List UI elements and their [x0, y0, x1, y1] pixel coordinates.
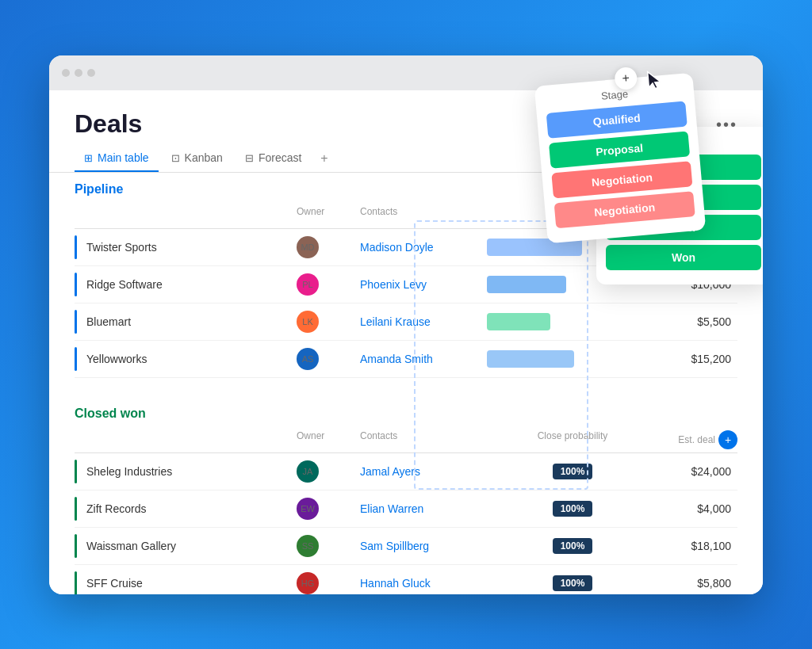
- kanban-icon: ⊡: [171, 152, 180, 164]
- tab-kanban[interactable]: ⊡ Kanban: [162, 145, 232, 172]
- avatar: AS: [297, 348, 319, 370]
- tab-forecast[interactable]: ⊟ Forecast: [236, 145, 311, 172]
- closed-won-name-col-header: [75, 430, 297, 449]
- prob-zift: 100%: [487, 501, 658, 517]
- table-row: Yellowworks AS Amanda Smith $15,200: [75, 341, 737, 378]
- row-border: [75, 310, 77, 334]
- browser-dot-3: [87, 69, 95, 77]
- stage-dropdown-container: + Stage Qualified Proposal Negotiation N…: [534, 72, 707, 243]
- avatar: EW: [297, 498, 319, 520]
- row-border: [75, 347, 77, 371]
- deal-name-waissman: Waissman Gallery: [86, 540, 176, 552]
- browser-window: Deals ••• ⊞ Main table ⊡ Kanban ⊟ Foreca…: [49, 55, 763, 594]
- est-deal-sheleg: $24,000: [658, 465, 737, 478]
- table-row: Bluemart LK Leilani Krause $5,500: [75, 304, 737, 341]
- prob-sff: 100%: [487, 575, 658, 591]
- row-name-zift: Zift Records: [75, 491, 297, 527]
- prob-waissman: 100%: [487, 538, 658, 554]
- pipeline-owner-col-header: Owner: [297, 206, 360, 225]
- deal-name-sheleg: Sheleg Industries: [86, 465, 172, 478]
- tab-main-table[interactable]: ⊞ Main table: [75, 145, 159, 172]
- contact-sff[interactable]: Hannah Gluck: [360, 577, 487, 590]
- avatar: SS: [297, 535, 319, 557]
- owner-ridge: PL: [297, 273, 360, 296]
- row-border: [75, 534, 77, 558]
- avatar: JA: [297, 460, 319, 483]
- page-title: Deals: [75, 109, 142, 139]
- row-border: [75, 497, 77, 521]
- row-name-sheleg: Sheleg Industries: [75, 453, 297, 490]
- browser-dot-1: [62, 69, 70, 77]
- avatar: PL: [297, 273, 319, 296]
- row-border: [75, 273, 77, 296]
- closed-won-group: Closed won Owner Contacts Close probabil…: [75, 397, 737, 594]
- kanban-label: Kanban: [185, 151, 223, 164]
- row-name-ridge: Ridge Software: [75, 266, 297, 303]
- prob-badge: 100%: [553, 575, 593, 591]
- avatar: LK: [297, 311, 319, 333]
- deal-name-zift: Zift Records: [86, 502, 146, 515]
- closed-won-owner-col-header: Owner: [297, 430, 360, 449]
- row-name-waissman: Waissman Gallery: [75, 528, 297, 564]
- est-deal-yellowworks: $15,200: [658, 353, 737, 365]
- main-table-label: Main table: [98, 151, 149, 164]
- table-row: Waissman Gallery SS Sam Spillberg 100% $…: [75, 528, 737, 565]
- owner-bluemart: LK: [297, 311, 360, 333]
- forecast-label: Forecast: [259, 151, 301, 164]
- forecast-icon: ⊟: [245, 152, 254, 164]
- stage-dropdown: Stage Qualified Proposal Negotiation Neg…: [534, 72, 707, 243]
- row-name-yellowworks: Yellowworks: [75, 341, 297, 377]
- row-name-twister: Twister Sports: [75, 229, 297, 265]
- owner-zift: EW: [297, 498, 360, 520]
- table-row: Zift Records EW Elian Warren 100% $4,000: [75, 491, 737, 528]
- closed-won-table-header: Owner Contacts Close probability Est. de…: [75, 427, 737, 453]
- deal-name-ridge: Ridge Software: [86, 278, 163, 291]
- deal-name-yellowworks: Yellowworks: [86, 353, 147, 365]
- deal-name-sff: SFF Cruise: [86, 577, 143, 590]
- cursor-pointer: [645, 68, 665, 97]
- avatar: HG: [297, 572, 319, 594]
- deal-name-bluemart: Bluemart: [86, 315, 131, 328]
- selection-box: [414, 220, 588, 490]
- row-name-sff: SFF Cruise: [75, 565, 297, 594]
- owner-twister: MD: [297, 236, 360, 258]
- main-table-icon: ⊞: [84, 152, 93, 164]
- est-deal-bluemart: $5,500: [658, 315, 737, 328]
- won-option-4[interactable]: Won: [606, 245, 761, 270]
- closed-won-group-title: Closed won: [75, 397, 737, 427]
- table-row: Sheleg Industries JA Jamal Ayers 100% $2…: [75, 453, 737, 491]
- contact-zift[interactable]: Elian Warren: [360, 502, 487, 515]
- row-border: [75, 460, 77, 483]
- prob-badge: 100%: [553, 538, 593, 554]
- deal-name-twister: Twister Sports: [86, 241, 157, 254]
- add-column-closed-won-button[interactable]: +: [718, 430, 737, 449]
- browser-dot-2: [75, 69, 82, 77]
- owner-waissman: SS: [297, 535, 360, 557]
- est-deal-waissman: $18,100: [658, 540, 737, 552]
- pipeline-name-col-header: [75, 206, 297, 225]
- contact-waissman[interactable]: Sam Spillberg: [360, 540, 487, 552]
- row-name-bluemart: Bluemart: [75, 304, 297, 340]
- owner-sheleg: JA: [297, 460, 360, 483]
- est-deal-zift: $4,000: [658, 502, 737, 515]
- add-tab-button[interactable]: +: [314, 145, 334, 172]
- closed-won-est-deal-col-header: Est. deal: [678, 434, 715, 445]
- owner-sff: HG: [297, 572, 360, 594]
- owner-yellowworks: AS: [297, 348, 360, 370]
- row-border: [75, 235, 77, 259]
- avatar: MD: [297, 236, 319, 258]
- est-deal-sff: $5,800: [658, 577, 737, 590]
- prob-badge: 100%: [553, 501, 593, 517]
- table-row: SFF Cruise HG Hannah Gluck 100% $5,800: [75, 565, 737, 594]
- row-border: [75, 571, 77, 594]
